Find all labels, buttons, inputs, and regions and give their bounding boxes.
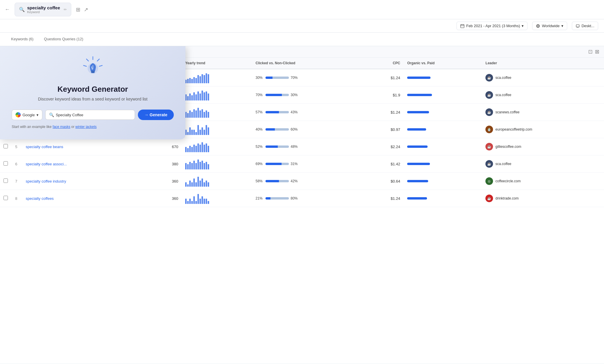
cvc-nonclicked-bar (282, 94, 289, 96)
trend-bar (187, 79, 189, 83)
tab-keywords[interactable]: Keywords (6) (6, 33, 39, 46)
trend-sparkline (185, 72, 249, 83)
row-cvc: 57% 43% (252, 104, 366, 121)
cvc-nonclicked-bar (279, 111, 289, 113)
row-leader: ☕ sca.coffee (482, 86, 604, 104)
trend-bar (189, 181, 191, 187)
trend-bar (208, 74, 209, 83)
trend-bar (191, 163, 193, 169)
trend-bar (204, 163, 205, 169)
row-cpc: $1.24 (366, 190, 404, 207)
trend-bar (193, 178, 195, 187)
trend-bar (185, 182, 187, 187)
row-ovp (404, 104, 482, 121)
ovp-bar (407, 145, 428, 148)
leader-avatar: ☕ (485, 160, 493, 168)
cvc-nonclicked-pct: 43% (291, 110, 299, 114)
export-table-icon[interactable]: ⊡ (588, 48, 593, 55)
location-filter[interactable]: Worldwide ▾ (532, 22, 567, 30)
main-content: ⊡ ⊠ Keywords (125) ↓ Volume Yearly trend… (0, 46, 604, 363)
ovp-bar (407, 94, 432, 96)
source-dropdown-icon: ▾ (37, 113, 39, 117)
trend-bar (206, 162, 207, 169)
row-keyword[interactable]: specialty coffees (22, 190, 131, 207)
trend-bar (208, 201, 209, 204)
cvc-bar (265, 145, 289, 148)
row-checkbox[interactable] (4, 144, 8, 148)
row-leader: ☕ scanews.coffee (482, 104, 604, 121)
leader-domain: coffeecircle.com (495, 179, 520, 183)
cvc-nonclicked-bar (282, 163, 289, 165)
kwgen-input-wrap: 🔍 (45, 110, 135, 120)
kwgen-input[interactable] (56, 113, 131, 117)
cvc-clicked-bar (265, 77, 273, 79)
row-cvc: 21% 80% (252, 190, 366, 207)
hint-link-facemasks[interactable]: face masks (53, 125, 70, 129)
row-keyword[interactable]: specialty coffee industry (22, 173, 131, 190)
trend-header: Yearly trend (182, 58, 252, 69)
hint-link-winterjackets[interactable]: winter jackets (75, 125, 97, 129)
cvc-clicked-pct: 21% (256, 196, 264, 200)
device-filter[interactable]: Deskt... (572, 22, 598, 30)
leader-cell: ☕ drinktrade.com (485, 195, 600, 202)
cvc-clicked-bar (265, 145, 278, 148)
trend-bar (202, 196, 203, 204)
trend-bar (199, 162, 201, 169)
cvc-bar (265, 94, 289, 96)
trend-sparkline (185, 176, 249, 187)
row-keyword[interactable]: specialty coffee associ... (22, 155, 131, 173)
row-checkbox[interactable] (4, 178, 8, 183)
row-volume: 670 (131, 138, 182, 155)
svg-line-12 (86, 59, 88, 61)
trend-bar (187, 132, 189, 135)
trend-sparkline (185, 193, 249, 204)
row-cpc: $0.64 (366, 173, 404, 190)
ovp-bar (407, 77, 431, 79)
table-row: 8 specialty coffees 360 21% 80% $1.24 (0, 190, 604, 207)
trend-bar (187, 164, 189, 169)
cpc-header: CPC (366, 58, 404, 69)
row-checkbox[interactable] (4, 161, 8, 166)
svg-rect-16 (91, 72, 95, 73)
export-icon[interactable]: ↗ (84, 6, 88, 13)
row-leader: ☕ drinktrade.com (482, 190, 604, 207)
row-cvc: 69% 31% (252, 155, 366, 173)
trend-bar (197, 177, 199, 187)
generate-button[interactable]: → Generate (138, 110, 174, 120)
tab-questions[interactable]: Questions Queries (12) (39, 33, 88, 46)
cvc-clicked-bar (265, 94, 282, 96)
row-leader: ☕ sca.coffee (482, 69, 604, 86)
row-trend (182, 155, 252, 173)
date-filter[interactable]: Feb 2021 - Apr 2021 (3 Months) ▾ (457, 22, 527, 30)
cvc-clicked-bar (265, 128, 275, 131)
trend-bar (191, 201, 193, 204)
trend-bar (197, 194, 199, 204)
row-keyword[interactable]: specialty coffee beans (22, 138, 131, 155)
cvc-clicked-bar (265, 111, 279, 113)
row-leader: ◎ coffeecircle.com (482, 173, 604, 190)
cvc-clicked-bar (265, 163, 282, 165)
table-row: 7 specialty coffee industry 360 58% 42% (0, 173, 604, 190)
source-selector[interactable]: Google ▾ (12, 110, 42, 120)
row-checkbox[interactable] (4, 196, 8, 200)
row-checkbox-cell (0, 173, 12, 190)
leader-cell: ☕ sca.coffee (485, 91, 600, 99)
row-ovp (404, 86, 482, 104)
trend-bar (199, 130, 201, 135)
leader-avatar: ☕ (485, 143, 493, 150)
grid-icon[interactable]: ⊞ (76, 6, 80, 13)
trend-bar (208, 112, 209, 118)
trend-bar (199, 76, 201, 83)
columns-icon[interactable]: ⊠ (595, 48, 599, 55)
trend-bar (197, 75, 199, 83)
trend-bar (208, 182, 209, 187)
trend-bar (197, 143, 199, 152)
cvc-cell: 69% 31% (256, 162, 363, 166)
cvc-clicked-pct: 30% (256, 76, 264, 80)
trend-bar (191, 79, 193, 83)
cvc-cell: 21% 80% (256, 196, 363, 200)
back-button[interactable]: ← (5, 6, 10, 13)
trend-bar (202, 161, 203, 169)
cvc-nonclicked-pct: 30% (291, 93, 299, 97)
edit-icon[interactable]: ✏ (64, 7, 67, 12)
